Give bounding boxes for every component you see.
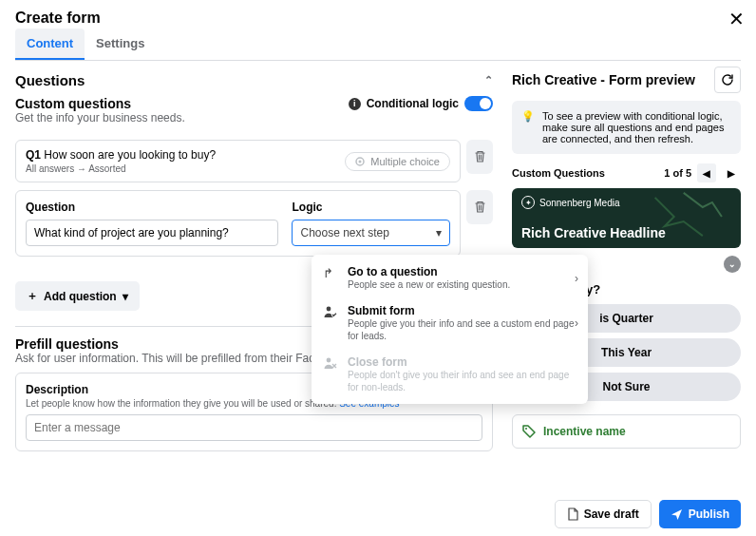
question-type-badge: Multiple choice: [345, 152, 450, 171]
svg-point-1: [359, 160, 362, 163]
brand-logo-icon: ✦: [521, 196, 535, 209]
tabs: Content Settings: [15, 29, 741, 61]
logic-label: Logic: [292, 201, 450, 214]
prev-page-button[interactable]: ◀: [697, 163, 716, 182]
question-1-card[interactable]: Q1 How soon are you looking to buy? All …: [15, 140, 461, 182]
preview-hero: ✦Sonnenberg Media Rich Creative Headline: [512, 188, 741, 248]
next-page-button[interactable]: ▶: [722, 163, 741, 182]
question-2-card: Question Logic Choose next step ▾: [15, 190, 461, 257]
collapse-icon[interactable]: ⌃: [484, 74, 493, 86]
caret-down-icon: ▾: [123, 290, 128, 303]
preview-section-label: Custom Questions: [512, 167, 605, 179]
conditional-logic-toggle[interactable]: [464, 96, 493, 111]
info-icon[interactable]: i: [349, 98, 361, 110]
person-check-icon: [323, 305, 338, 318]
tag-icon: [522, 425, 536, 438]
dd-submit-form[interactable]: Submit formPeople give you their info an…: [312, 297, 588, 349]
plus-icon: ＋: [27, 288, 38, 304]
lightbulb-icon: 💡: [521, 110, 535, 144]
svg-point-2: [525, 428, 527, 430]
caret-down-icon: ▾: [436, 226, 442, 239]
svg-point-5: [327, 358, 331, 363]
publish-button[interactable]: Publish: [659, 500, 741, 528]
add-question-button[interactable]: ＋ Add question ▾: [15, 281, 140, 311]
chevron-right-icon: ›: [575, 272, 578, 285]
page-indicator: 1 of 5: [664, 167, 691, 179]
refresh-button[interactable]: [714, 67, 741, 93]
logic-select[interactable]: Choose next step ▾: [292, 220, 450, 246]
arrow-corner-icon: ↱: [323, 266, 338, 280]
delete-q2-button[interactable]: [466, 190, 493, 224]
document-icon: [567, 507, 578, 521]
conditional-logic-label: Conditional logic: [367, 97, 459, 110]
modal-title: Create form: [15, 10, 101, 27]
logic-dropdown: ↱ Go to a questionPeople see a new or ex…: [312, 255, 588, 404]
preview-tip: 💡 To see a preview with conditional logi…: [512, 101, 741, 154]
description-input[interactable]: [26, 414, 482, 441]
chevron-right-icon: ›: [575, 316, 578, 330]
tab-settings[interactable]: Settings: [85, 29, 156, 60]
question-text-input[interactable]: [26, 220, 278, 246]
chevron-down-icon[interactable]: ⌄: [724, 256, 741, 273]
dd-go-to-question[interactable]: ↱ Go to a questionPeople see a new or ex…: [312, 258, 588, 297]
delete-q1-button[interactable]: [466, 140, 493, 174]
close-icon[interactable]: ✕: [728, 8, 745, 30]
person-x-icon: [323, 356, 338, 370]
tab-content[interactable]: Content: [15, 29, 85, 60]
custom-questions-sub: Get the info your business needs.: [15, 111, 185, 124]
question-label: Question: [26, 201, 278, 214]
send-icon: [671, 508, 683, 521]
dd-close-form: Close formPeople don't give you their in…: [312, 349, 588, 400]
save-draft-button[interactable]: Save draft: [555, 500, 652, 528]
svg-point-3: [327, 307, 331, 312]
custom-questions-title: Custom questions: [15, 96, 185, 111]
preview-title: Rich Creative - Form preview: [512, 72, 695, 87]
questions-heading: Questions: [15, 72, 85, 88]
incentive-card: Incentive name: [512, 414, 741, 449]
